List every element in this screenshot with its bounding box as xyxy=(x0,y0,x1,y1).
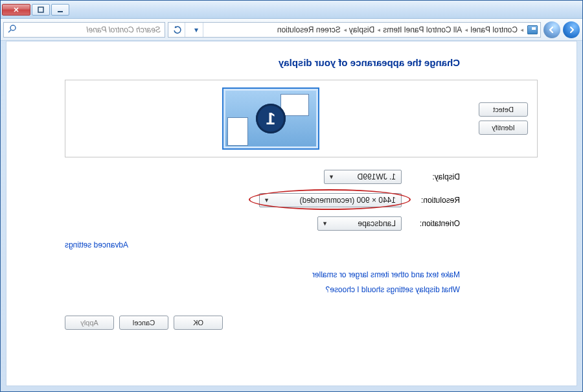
address-bar[interactable]: ▸ Control Panel ▸ All Control Panel Item… xyxy=(168,22,541,38)
resolution-dropdown[interactable]: 1440 × 900 (recommended) ▼ xyxy=(259,193,402,207)
window-icon xyxy=(280,94,309,116)
chevron-down-icon: ▼ xyxy=(322,220,328,227)
navbar: ▸ Control Panel ▸ All Control Panel Item… xyxy=(1,19,582,41)
svg-line-3 xyxy=(8,30,11,32)
close-button[interactable] xyxy=(2,4,30,16)
resolution-label: Resolution: xyxy=(402,196,460,205)
display-dropdown[interactable]: 1. JW199D ▼ xyxy=(324,170,402,184)
search-placeholder: Search Control Panel xyxy=(87,25,161,34)
monitor-number-badge: 1 xyxy=(256,104,286,133)
content-area: Change the appearance of your display De… xyxy=(6,41,577,386)
search-input[interactable]: Search Control Panel xyxy=(3,22,165,38)
cancel-button[interactable]: Cancel xyxy=(119,316,168,330)
chevron-down-icon: ▼ xyxy=(328,174,334,180)
svg-rect-1 xyxy=(38,7,43,12)
nav-forward-button[interactable] xyxy=(543,21,560,38)
breadcrumb-item[interactable]: Control Panel xyxy=(470,25,518,34)
page-title: Change the appearance of your display xyxy=(65,57,460,68)
svg-rect-0 xyxy=(58,11,63,12)
monitor-thumbnail[interactable]: 1 xyxy=(222,87,319,150)
refresh-icon[interactable] xyxy=(171,23,185,37)
minimize-button[interactable] xyxy=(51,4,69,16)
titlebar xyxy=(1,1,582,19)
control-panel-icon xyxy=(527,25,538,34)
display-help-link[interactable]: What display settings should I choose? xyxy=(65,282,460,297)
apply-button[interactable]: Apply xyxy=(65,316,114,330)
chevron-down-icon: ▼ xyxy=(264,197,269,203)
breadcrumb[interactable]: ▸ Control Panel ▸ All Control Panel Item… xyxy=(277,25,523,34)
svg-point-2 xyxy=(10,25,16,30)
display-preview-panel: Detect Identify 1 xyxy=(65,80,538,157)
window-icon xyxy=(227,117,248,146)
search-icon xyxy=(8,24,17,35)
orientation-label: Orientation: xyxy=(402,219,460,228)
detect-button[interactable]: Detect xyxy=(479,102,528,117)
address-dropdown-icon[interactable]: ▾ xyxy=(189,23,203,37)
advanced-settings-link[interactable]: Advanced settings xyxy=(65,240,538,249)
maximize-button[interactable] xyxy=(32,4,50,16)
breadcrumb-item[interactable]: All Control Panel Items xyxy=(383,25,462,34)
breadcrumb-item[interactable]: Screen Resolution xyxy=(277,25,341,34)
orientation-dropdown[interactable]: Landscape ▼ xyxy=(317,216,402,231)
breadcrumb-item[interactable]: Display xyxy=(349,25,374,34)
text-size-link[interactable]: Make text and other items larger or smal… xyxy=(65,268,460,282)
nav-back-button[interactable] xyxy=(563,21,580,38)
display-label: Display: xyxy=(402,172,460,181)
identify-button[interactable]: Identify xyxy=(479,121,528,135)
ok-button[interactable]: OK xyxy=(174,316,223,330)
